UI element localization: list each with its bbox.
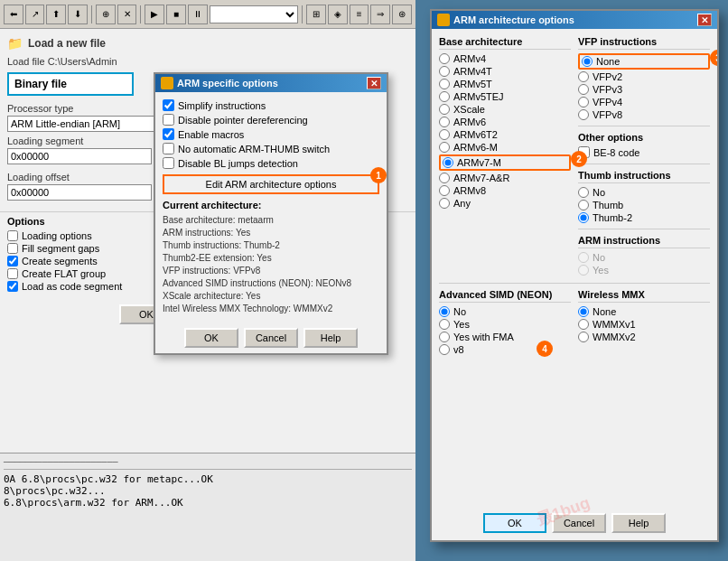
toolbar-btn-5[interactable]: ⊕ [96, 5, 116, 24]
radio-armv6m[interactable] [439, 142, 450, 153]
radio-wireless-v2[interactable] [578, 332, 589, 342]
folder-icon: 📁 [7, 36, 23, 51]
radio-armv7m[interactable] [443, 157, 453, 168]
radio-vfp-v3[interactable] [578, 84, 589, 95]
arm-specific-cancel[interactable]: Cancel [244, 328, 298, 348]
toolbar-btn-4[interactable]: ⬇ [68, 5, 88, 24]
arm-specific-icon [161, 77, 173, 89]
cb-disable-bl[interactable] [163, 157, 174, 169]
edit-arch-btn[interactable]: Edit ARM architecture options [163, 174, 379, 194]
console-line-4: 6.8\procs\arm.w32 for ARM...OK [4, 497, 412, 509]
toolbar-btn-10[interactable]: ⇒ [370, 5, 390, 24]
arch-line-1: ARM instructions: Yes [163, 227, 379, 239]
badge-4: 4 [537, 341, 553, 357]
processor-input[interactable] [7, 116, 170, 132]
radio-armv6t2[interactable] [439, 129, 450, 140]
cb-enable-macros[interactable] [163, 128, 174, 140]
arm-arch-content: Base architecture ARMv4 ARMv4T ARMv5T AR… [432, 29, 717, 513]
toolbar-btn-7[interactable]: ⊞ [306, 5, 326, 24]
base-arch-title: Base architecture [439, 36, 571, 50]
arch-ok-btn[interactable]: OK [483, 513, 546, 533]
offset-label: Loading offset [7, 172, 170, 182]
arm-instr-no: No [578, 252, 710, 263]
radio-armv6[interactable] [439, 117, 450, 127]
radio-thumb-no[interactable] [578, 187, 589, 198]
wireless-v1: WMMXv1 [578, 319, 710, 330]
cb-enable-macros-row: Enable macros [163, 128, 379, 140]
toolbar-btn-play[interactable]: ▶ [145, 5, 164, 24]
radio-armv7ar[interactable] [439, 173, 450, 183]
vfp-col: VFP instructions None 3 VFPv2 VFPv3 VFPv… [578, 36, 710, 277]
arch-line-2: Thumb instructions: Thumb-2 [163, 239, 379, 252]
radio-vfp-v4[interactable] [578, 97, 589, 108]
arm-arch-close[interactable]: ✕ [697, 14, 712, 26]
console-area: ───────────────────── 0A 6.8\procs\pc.w3… [0, 453, 415, 561]
arch-help-btn[interactable]: Help [611, 513, 666, 533]
toolbar-btn-9[interactable]: ≡ [350, 5, 369, 24]
radio-thumb-thumb[interactable] [578, 200, 589, 210]
opt-code-cb[interactable] [7, 281, 18, 292]
radio-arm-yes[interactable] [578, 265, 589, 276]
radio-wireless-v1[interactable] [578, 319, 589, 330]
toolbar-combo[interactable] [210, 5, 299, 23]
cb-disable-ptr[interactable] [163, 114, 174, 126]
arm-specific-help[interactable]: Help [303, 328, 358, 348]
radio-wireless-none[interactable] [578, 306, 589, 317]
radio-vfp-v2[interactable] [578, 71, 589, 82]
toolbar-btn-stop[interactable]: ■ [166, 5, 186, 24]
vfp-none: None 3 [578, 53, 710, 70]
console-line-3: 8\procs\pc.w32... [4, 485, 412, 497]
arm-specific-close[interactable]: ✕ [367, 77, 381, 89]
toolbar-sep-2 [140, 5, 141, 23]
radio-armv4[interactable] [439, 53, 450, 64]
vfp-v2: VFPv2 [578, 71, 710, 82]
radio-simd-yes[interactable] [439, 319, 450, 330]
vfp-v8: VFPv8 [578, 109, 710, 120]
base-armv6t2: ARMv6T2 [439, 129, 571, 140]
toolbar-sep-3 [302, 5, 303, 23]
radio-simd-fma[interactable] [439, 332, 450, 342]
toolbar-btn-8[interactable]: ◈ [328, 5, 348, 24]
radio-armv5tej[interactable] [439, 91, 450, 102]
cb-simplify[interactable] [163, 99, 174, 111]
toolbar-btn-1[interactable]: ⬅ [4, 5, 23, 24]
base-armv6: ARMv6 [439, 117, 571, 127]
radio-arm-no[interactable] [578, 252, 589, 263]
toolbar-btn-2[interactable]: ↗ [25, 5, 45, 24]
simd-title: Advanced SIMD (NEON) [439, 289, 571, 303]
wireless-title: Wireless MMX [578, 289, 710, 303]
opt-flat-cb[interactable] [7, 268, 18, 279]
offset-input[interactable] [7, 184, 152, 201]
opt-loading-cb[interactable] [7, 230, 18, 241]
radio-armv4t[interactable] [439, 66, 450, 77]
opt-create-cb[interactable] [7, 256, 18, 266]
radio-vfp-v8[interactable] [578, 109, 589, 120]
processor-label: Processor type [7, 103, 170, 114]
radio-vfp-none[interactable] [582, 56, 593, 67]
radio-armv8[interactable] [439, 185, 450, 196]
arch-line-0: Base architecture: metaarm [163, 214, 379, 227]
vfp-v4: VFPv4 [578, 97, 710, 108]
radio-any[interactable] [439, 198, 450, 209]
radio-thumb-thumb2[interactable] [578, 212, 589, 223]
arm-arch-title: ARM architecture options [453, 14, 574, 25]
radio-simd-v8[interactable] [439, 344, 450, 355]
toolbar-btn-pause[interactable]: ⏸ [188, 5, 208, 24]
arm-specific-dialog: ARM specific options ✕ Simplify instruct… [154, 72, 388, 355]
radio-simd-no[interactable] [439, 306, 450, 317]
cb-no-auto[interactable] [163, 143, 174, 154]
toolbar-btn-11[interactable]: ⊛ [392, 5, 412, 24]
radio-xscale[interactable] [439, 104, 450, 115]
arch-cancel-btn[interactable]: Cancel [552, 513, 606, 533]
radio-armv5t[interactable] [439, 79, 450, 89]
simd-no: No [439, 306, 571, 317]
toolbar-btn-6[interactable]: ✕ [117, 5, 137, 24]
toolbar-btn-3[interactable]: ⬆ [46, 5, 66, 24]
cb-simplify-label: Simplify instructions [178, 100, 266, 111]
arm-specific-ok[interactable]: OK [184, 328, 238, 348]
other-divider [578, 164, 710, 164]
segment-input[interactable] [7, 148, 152, 164]
arch-top-cols: Base architecture ARMv4 ARMv4T ARMv5T AR… [439, 36, 710, 277]
opt-fill-cb[interactable] [7, 243, 18, 254]
be8-row: BE-8 code [578, 146, 710, 158]
